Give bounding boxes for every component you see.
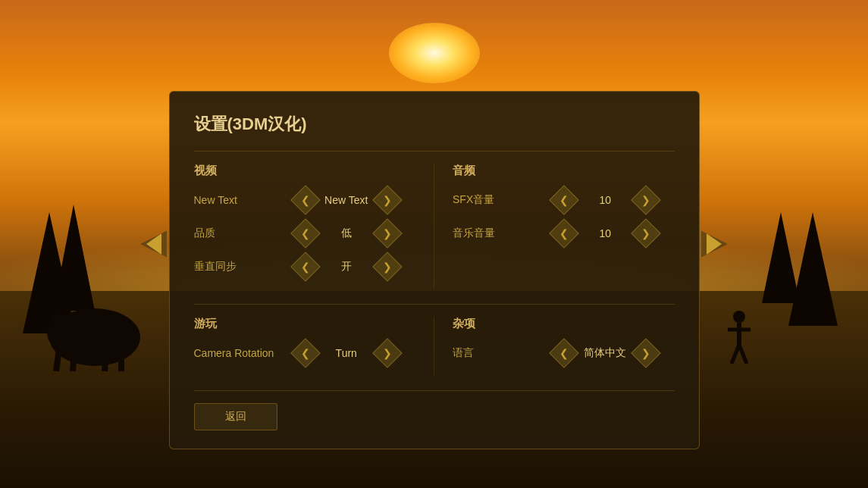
chevron-left-icon: ❮ — [301, 227, 310, 239]
chevron-right-icon: ❯ — [383, 227, 392, 239]
gameplay-camera-control: ❮ Turn ❯ — [277, 343, 416, 364]
middle-divider — [194, 304, 675, 305]
svg-line-9 — [105, 350, 106, 371]
audio-sfx-row: SFX音量 ❮ 10 ❯ — [453, 189, 675, 211]
video-resolution-left-btn[interactable]: ❮ — [290, 185, 321, 215]
misc-language-row: 语言 ❮ 简体中文 ❯ — [453, 342, 675, 364]
video-quality-value: 低 — [324, 227, 369, 240]
video-resolution-row: New Text ❮ New Text ❯ — [194, 189, 416, 211]
video-resolution-label: New Text — [194, 194, 277, 206]
chevron-left-icon: ❮ — [559, 194, 569, 206]
video-resolution-value: New Text — [324, 194, 369, 206]
video-vsync-value: 开 — [324, 260, 369, 274]
video-vsync-left-btn[interactable]: ❮ — [290, 252, 321, 282]
gameplay-section: 游玩 Camera Rotation ❮ Turn ❯ — [194, 317, 435, 375]
video-resolution-right-btn[interactable]: ❯ — [372, 185, 403, 215]
video-vsync-right-btn[interactable]: ❯ — [372, 252, 403, 282]
audio-music-control: ❮ 10 ❯ — [536, 223, 675, 244]
settings-sections-bottom: 游玩 Camera Rotation ❮ Turn ❯ 杂项 语言 — [194, 317, 675, 375]
audio-music-row: 音乐音量 ❮ 10 ❯ — [453, 222, 675, 245]
video-section-title: 视频 — [194, 164, 416, 178]
misc-language-value: 简体中文 — [582, 346, 628, 360]
gameplay-camera-right-btn[interactable]: ❯ — [372, 338, 403, 368]
settings-dialog: 设置(3DM汉化) 视频 New Text ❮ New Text ❯ — [169, 91, 700, 449]
svg-marker-4 — [762, 212, 800, 303]
video-quality-row: 品质 ❮ 低 ❯ — [194, 222, 416, 245]
video-vsync-control: ❮ 开 ❯ — [277, 256, 416, 277]
video-section: 视频 New Text ❮ New Text ❯ 品质 — [194, 164, 435, 289]
chevron-left-icon: ❮ — [559, 347, 569, 359]
audio-section: 音频 SFX音量 ❮ 10 ❯ 音乐音量 — [434, 164, 675, 289]
misc-language-right-btn[interactable]: ❯ — [631, 338, 661, 368]
svg-point-11 — [733, 311, 745, 323]
audio-music-value: 10 — [582, 227, 628, 239]
video-quality-left-btn[interactable]: ❮ — [290, 218, 321, 249]
svg-line-7 — [56, 349, 59, 371]
figure-right — [724, 311, 754, 367]
gameplay-camera-row: Camera Rotation ❮ Turn ❯ — [194, 342, 416, 364]
audio-sfx-control: ❮ 10 ❯ — [536, 189, 675, 211]
video-quality-label: 品质 — [194, 227, 277, 240]
chevron-left-icon: ❮ — [301, 347, 310, 359]
audio-sfx-value: 10 — [582, 194, 628, 206]
svg-line-8 — [73, 350, 74, 371]
video-resolution-control: ❮ New Text ❯ — [277, 189, 416, 211]
audio-music-left-btn[interactable]: ❮ — [549, 218, 579, 249]
tree-right-2 — [762, 212, 800, 306]
svg-marker-2 — [53, 205, 95, 311]
back-button[interactable]: 返回 — [194, 403, 277, 430]
bottom-divider — [194, 390, 675, 391]
svg-line-15 — [739, 345, 747, 364]
video-quality-right-btn[interactable]: ❯ — [372, 218, 403, 249]
title-divider — [194, 151, 675, 152]
chevron-left-icon: ❮ — [559, 227, 569, 239]
mammoth-left — [45, 303, 144, 374]
chevron-right-icon: ❯ — [383, 194, 392, 206]
audio-music-right-btn[interactable]: ❯ — [631, 218, 661, 249]
gameplay-camera-value: Turn — [324, 347, 369, 359]
video-vsync-row: 垂直同步 ❮ 开 ❯ — [194, 255, 416, 278]
misc-language-left-btn[interactable]: ❮ — [549, 338, 579, 368]
gameplay-section-title: 游玩 — [194, 317, 416, 331]
misc-language-control: ❮ 简体中文 ❯ — [536, 343, 675, 364]
settings-sections-top: 视频 New Text ❮ New Text ❯ 品质 — [194, 164, 675, 289]
chevron-left-icon: ❮ — [301, 194, 310, 206]
chevron-right-icon: ❯ — [641, 194, 650, 206]
chevron-right-icon: ❯ — [383, 261, 392, 273]
chevron-right-icon: ❯ — [641, 227, 650, 239]
audio-section-title: 音频 — [453, 164, 675, 178]
audio-sfx-label: SFX音量 — [453, 193, 536, 207]
audio-sfx-left-btn[interactable]: ❮ — [549, 185, 579, 215]
audio-music-label: 音乐音量 — [453, 227, 536, 240]
sun — [389, 23, 480, 83]
video-quality-control: ❮ 低 ❯ — [277, 223, 416, 244]
misc-language-label: 语言 — [453, 346, 536, 360]
chevron-right-icon: ❯ — [383, 347, 392, 359]
gameplay-camera-left-btn[interactable]: ❮ — [290, 338, 321, 368]
video-vsync-label: 垂直同步 — [194, 260, 277, 274]
gameplay-camera-label: Camera Rotation — [194, 347, 277, 359]
misc-section-title: 杂项 — [453, 317, 675, 331]
tree-left-2 — [53, 205, 95, 314]
audio-sfx-right-btn[interactable]: ❯ — [631, 185, 661, 215]
chevron-left-icon: ❮ — [301, 261, 310, 273]
misc-section: 杂项 语言 ❮ 简体中文 ❯ — [434, 317, 675, 375]
dialog-title: 设置(3DM汉化) — [194, 113, 675, 136]
chevron-right-icon: ❯ — [641, 347, 650, 359]
svg-line-14 — [732, 345, 739, 364]
